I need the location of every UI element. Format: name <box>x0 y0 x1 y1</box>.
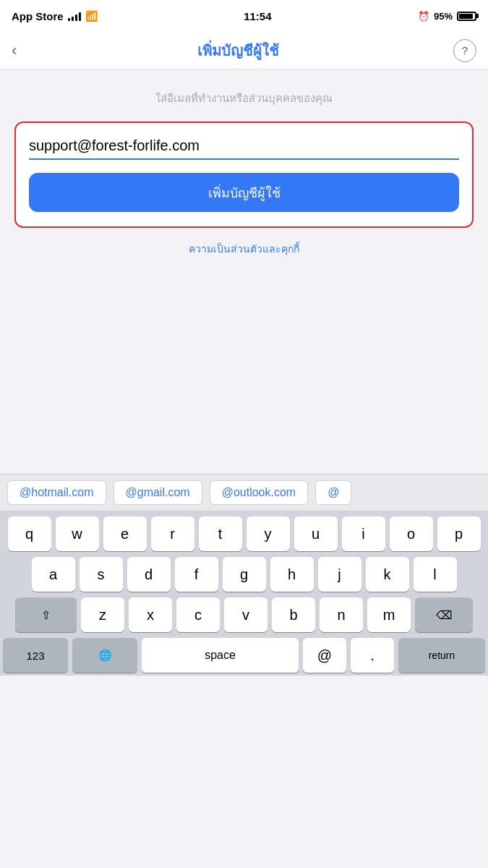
key-r[interactable]: r <box>151 516 194 551</box>
key-d[interactable]: d <box>127 557 171 592</box>
alarm-icon: ⏰ <box>418 11 429 22</box>
key-q[interactable]: q <box>8 516 51 551</box>
main-content: ใส่อีเมลที่ทำงานหรือส่วนบุคคลของคุณ เพิ่… <box>0 69 488 271</box>
at-key[interactable]: @ <box>303 638 346 673</box>
key-y[interactable]: y <box>247 516 290 551</box>
suggestion-gmail[interactable]: @gmail.com <box>114 480 202 505</box>
battery-icon <box>457 12 476 21</box>
nav-bar: ‹ เพิ่มบัญชีผู้ใช้ ? <box>0 32 488 69</box>
key-n[interactable]: n <box>320 597 363 632</box>
key-m[interactable]: m <box>367 597 411 632</box>
globe-key[interactable]: 🌐 <box>72 638 137 673</box>
email-suggestions-bar: @hotmail.com @gmail.com @outlook.com @ <box>0 474 488 511</box>
email-input[interactable] <box>29 137 459 154</box>
key-t[interactable]: t <box>199 516 242 551</box>
status-bar-right: ⏰ 95% <box>418 11 476 22</box>
status-bar: App Store 📶 11:54 ⏰ 95% <box>0 0 488 32</box>
key-e[interactable]: e <box>103 516 147 551</box>
keyboard: q w e r t y u i o p a s d f g h j k l ⇧ … <box>0 511 488 676</box>
return-key[interactable]: return <box>398 638 485 673</box>
app-store-label: App Store <box>12 10 64 22</box>
page-title: เพิ่มบัญชีผู้ใช้ <box>22 39 453 62</box>
key-s[interactable]: s <box>80 557 123 592</box>
add-account-button[interactable]: เพิ่มบัญชีผู้ใช้ <box>29 173 459 212</box>
shift-key[interactable]: ⇧ <box>15 597 77 632</box>
key-c[interactable]: c <box>176 597 220 632</box>
space-key[interactable]: space <box>142 638 299 673</box>
privacy-link[interactable]: ความเป็นส่วนตัวและคุกกี้ <box>14 241 474 257</box>
suggestion-at[interactable]: @ <box>315 480 351 505</box>
keyboard-row-4: 123 🌐 space @ . return <box>3 638 485 673</box>
form-container: เพิ่มบัญชีผู้ใช้ <box>14 122 474 228</box>
key-w[interactable]: w <box>56 516 99 551</box>
period-key[interactable]: . <box>351 638 394 673</box>
key-p[interactable]: p <box>437 516 481 551</box>
signal-bars-icon <box>68 11 81 21</box>
keyboard-row-3: ⇧ z x c v b n m ⌫ <box>3 597 485 632</box>
key-g[interactable]: g <box>223 557 266 592</box>
battery-percent: 95% <box>434 11 453 22</box>
key-k[interactable]: k <box>366 557 409 592</box>
email-input-wrapper <box>29 137 459 160</box>
status-bar-left: App Store 📶 <box>12 10 98 22</box>
key-h[interactable]: h <box>270 557 314 592</box>
key-z[interactable]: z <box>81 597 124 632</box>
keyboard-row-2: a s d f g h j k l <box>3 557 485 592</box>
key-f[interactable]: f <box>175 557 218 592</box>
key-a[interactable]: a <box>32 557 75 592</box>
empty-space <box>0 271 488 474</box>
status-bar-time: 11:54 <box>244 10 271 22</box>
wifi-icon: 📶 <box>85 10 98 22</box>
key-b[interactable]: b <box>272 597 315 632</box>
suggestion-hotmail[interactable]: @hotmail.com <box>7 480 106 505</box>
key-u[interactable]: u <box>294 516 338 551</box>
numbers-key[interactable]: 123 <box>3 638 68 673</box>
key-v[interactable]: v <box>224 597 267 632</box>
key-j[interactable]: j <box>318 557 361 592</box>
suggestion-outlook[interactable]: @outlook.com <box>210 480 309 505</box>
backspace-key[interactable]: ⌫ <box>415 597 473 632</box>
help-button[interactable]: ? <box>453 39 476 62</box>
keyboard-row-1: q w e r t y u i o p <box>3 516 485 551</box>
form-subtitle: ใส่อีเมลที่ทำงานหรือส่วนบุคคลของคุณ <box>14 90 474 107</box>
key-l[interactable]: l <box>414 557 457 592</box>
key-o[interactable]: o <box>390 516 433 551</box>
key-x[interactable]: x <box>129 597 172 632</box>
back-button[interactable]: ‹ <box>12 38 22 63</box>
key-i[interactable]: i <box>342 516 385 551</box>
